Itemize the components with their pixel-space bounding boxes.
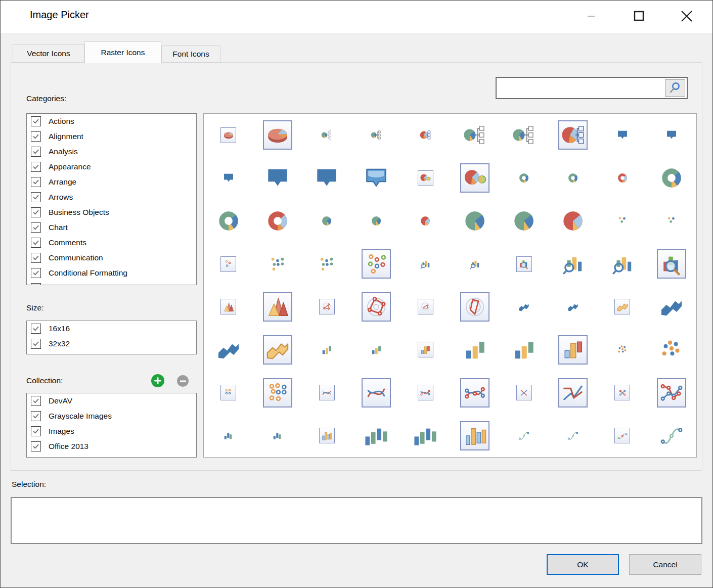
- grid-cell-pie-org[interactable]: [302, 114, 351, 157]
- selection-box[interactable]: [11, 497, 702, 544]
- collection-item[interactable]: Grayscale Images: [27, 409, 196, 424]
- grid-cell-points7[interactable]: [253, 243, 302, 286]
- grid-cell-pie3d[interactable]: [253, 114, 302, 157]
- category-item[interactable]: Conditional Formatting: [27, 265, 196, 281]
- grid-cell-bars-grad2[interactable]: [302, 414, 351, 457]
- grid-cell-pie[interactable]: [499, 200, 548, 243]
- category-item[interactable]: Chart: [27, 220, 196, 235]
- grid-cell-splines[interactable]: [302, 371, 351, 414]
- checkbox-checked-icon[interactable]: [31, 147, 41, 157]
- grid-cell-pie-org[interactable]: [499, 114, 548, 157]
- grid-cell-bars-grad[interactable]: [401, 328, 450, 371]
- grid-cell-splines[interactable]: [351, 371, 400, 414]
- grid-cell-wave-orange[interactable]: [598, 286, 647, 329]
- category-item[interactable]: Communication: [27, 250, 196, 265]
- grid-cell-callout[interactable]: [302, 157, 351, 200]
- grid-cell-pie-sphere[interactable]: [450, 157, 499, 200]
- checkbox-checked-icon[interactable]: [31, 339, 41, 349]
- grid-cell-x-dots[interactable]: [598, 371, 647, 414]
- grid-cell-scatter-box[interactable]: [204, 243, 253, 286]
- minimize-button[interactable]: [583, 8, 600, 25]
- grid-cell-bars-asc[interactable]: [302, 328, 351, 371]
- grid-cell-doughnut-red[interactable]: [598, 157, 647, 200]
- close-button[interactable]: [678, 8, 695, 25]
- grid-cell-radar-tri[interactable]: [302, 286, 351, 329]
- grid-cell-pie-org-red[interactable]: [549, 114, 598, 157]
- collection-listbox[interactable]: DevAVGrayscale ImagesImagesOffice 2013: [26, 393, 197, 458]
- grid-cell-doughnut[interactable]: [647, 157, 696, 200]
- grid-cell-spline-dots[interactable]: [401, 371, 450, 414]
- grid-cell-pie[interactable]: [302, 200, 351, 243]
- tab-font-icons[interactable]: Font Icons: [161, 46, 220, 63]
- grid-cell-pie-org-red[interactable]: [401, 114, 450, 157]
- grid-cell-pie-sphere[interactable]: [401, 157, 450, 200]
- collection-item[interactable]: Office 2013: [27, 439, 196, 454]
- size-listbox[interactable]: 16x1632x32: [26, 321, 197, 354]
- grid-cell-bars-magnifier[interactable]: [549, 243, 598, 286]
- grid-cell-callout[interactable]: [253, 157, 302, 200]
- grid-cell-cones[interactable]: [253, 286, 302, 329]
- category-item[interactable]: Arrange: [27, 174, 196, 190]
- category-item[interactable]: Business Objects: [27, 205, 196, 220]
- size-item[interactable]: 32x32: [27, 336, 196, 351]
- grid-cell-curve-dots[interactable]: [598, 414, 647, 457]
- checkbox-checked-icon[interactable]: [31, 253, 41, 263]
- grid-cell-bars-updown[interactable]: [253, 414, 302, 457]
- grid-cell-line-chart[interactable]: [549, 371, 598, 414]
- category-item[interactable]: Actions: [27, 114, 196, 129]
- checkbox-checked-icon[interactable]: [31, 396, 41, 406]
- grid-cell-radar2[interactable]: [450, 286, 499, 329]
- ok-button[interactable]: OK: [547, 554, 619, 575]
- grid-cell-bars-magnifier[interactable]: [598, 243, 647, 286]
- checkbox-checked-icon[interactable]: [31, 116, 41, 126]
- grid-cell-curve[interactable]: [647, 414, 696, 457]
- size-item[interactable]: 16x16: [27, 321, 196, 336]
- grid-cell-bars-asc[interactable]: [450, 328, 499, 371]
- grid-cell-points3[interactable]: [647, 200, 696, 243]
- category-item[interactable]: Appearance: [27, 159, 196, 174]
- grid-cell-bars-magnifier-page[interactable]: [647, 243, 696, 286]
- grid-cell-bars-magnifier[interactable]: [401, 243, 450, 286]
- grid-cell-bars-grad[interactable]: [549, 328, 598, 371]
- grid-cell-wave-orange[interactable]: [253, 328, 302, 371]
- grid-cell-points3[interactable]: [598, 200, 647, 243]
- checkbox-checked-icon[interactable]: [31, 177, 41, 187]
- checkbox-checked-icon[interactable]: [31, 162, 41, 172]
- checkbox-checked-icon[interactable]: [31, 192, 41, 202]
- grid-cell-scatter-xy[interactable]: [647, 328, 696, 371]
- grid-cell-pie-red[interactable]: [549, 200, 598, 243]
- grid-cell-bars-updown[interactable]: [401, 414, 450, 457]
- grid-cell-pie-red[interactable]: [401, 200, 450, 243]
- grid-cell-bars-magnifier[interactable]: [450, 243, 499, 286]
- checkbox-checked-icon[interactable]: [31, 426, 41, 436]
- checkbox-checked-icon[interactable]: [31, 411, 41, 421]
- remove-collection-button[interactable]: [177, 375, 189, 387]
- grid-cell-callout[interactable]: [647, 114, 696, 157]
- grid-cell-dots-box[interactable]: [253, 371, 302, 414]
- checkbox-checked-icon[interactable]: [31, 222, 41, 233]
- grid-cell-bars-magnifier-page[interactable]: [499, 243, 548, 286]
- grid-cell-callout-glossy[interactable]: [351, 157, 400, 200]
- grid-cell-doughnut-red[interactable]: [253, 200, 302, 243]
- grid-cell-pie-org[interactable]: [351, 114, 400, 157]
- checkbox-checked-icon[interactable]: [31, 131, 41, 142]
- checkbox-checked-icon[interactable]: [31, 441, 41, 451]
- grid-cell-spline-dots[interactable]: [450, 371, 499, 414]
- categories-listbox[interactable]: ActionsAlignmentAnalysisAppearanceArrang…: [26, 113, 197, 285]
- grid-cell-pie3d[interactable]: [204, 114, 253, 157]
- category-item-partial[interactable]: [27, 281, 196, 285]
- tab-vector-icons[interactable]: Vector Icons: [13, 44, 84, 63]
- grid-cell-callout[interactable]: [598, 114, 647, 157]
- grid-cell-wave[interactable]: [647, 286, 696, 329]
- grid-cell-radar-tri2[interactable]: [401, 286, 450, 329]
- category-item[interactable]: Arrows: [27, 190, 196, 205]
- grid-cell-curve[interactable]: [549, 414, 598, 457]
- grid-cell-scatter-xy[interactable]: [598, 328, 647, 371]
- grid-cell-radar[interactable]: [351, 286, 400, 329]
- cancel-button[interactable]: Cancel: [629, 554, 701, 575]
- add-collection-button[interactable]: [151, 374, 164, 387]
- search-input[interactable]: [499, 79, 662, 97]
- maximize-button[interactable]: [631, 8, 648, 25]
- search-button[interactable]: [665, 79, 685, 97]
- grid-cell-dots-box[interactable]: [204, 371, 253, 414]
